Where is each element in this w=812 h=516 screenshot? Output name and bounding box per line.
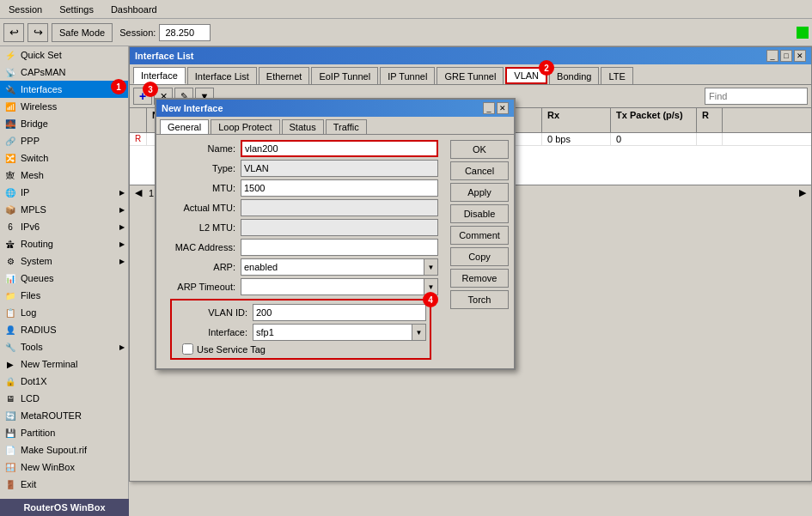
- window-maximize-button[interactable]: □: [780, 50, 792, 62]
- undo-button[interactable]: ↩: [3, 23, 24, 42]
- menu-settings[interactable]: Settings: [54, 3, 99, 16]
- ok-button[interactable]: OK: [450, 140, 509, 159]
- window-minimize-button[interactable]: _: [766, 50, 778, 62]
- sidebar-item-make-supout[interactable]: 📄 Make Supout.rif: [0, 441, 128, 458]
- mac-address-input[interactable]: [241, 239, 438, 256]
- tab-interface[interactable]: Interface: [133, 67, 186, 84]
- tab-bonding[interactable]: Bonding: [549, 67, 599, 84]
- dialog-minimize-button[interactable]: _: [483, 102, 495, 114]
- mtu-input[interactable]: [241, 179, 438, 197]
- interfaces-icon: 🔌: [3, 82, 17, 96]
- sidebar-item-mesh[interactable]: 🕸 Mesh: [0, 167, 128, 184]
- mac-address-label: MAC Address:: [163, 242, 241, 252]
- type-label: Type:: [163, 163, 241, 173]
- dialog-close-button[interactable]: ✕: [497, 102, 509, 114]
- dialog-tab-loop-protect[interactable]: Loop Protect: [211, 119, 279, 134]
- sidebar-item-ppp[interactable]: 🔗 PPP: [0, 132, 128, 149]
- cancel-button[interactable]: Cancel: [450, 161, 509, 180]
- l2-mtu-row: L2 MTU:: [163, 219, 438, 236]
- sidebar-label-bridge: Bridge: [21, 118, 48, 129]
- sidebar-item-dot1x[interactable]: 🔒 Dot1X: [0, 373, 128, 390]
- tab-interface-list[interactable]: Interface List: [187, 67, 257, 84]
- sidebar-label-exit: Exit: [21, 479, 36, 489]
- sidebar-label-mesh: Mesh: [21, 170, 44, 180]
- sidebar-item-metarouter[interactable]: 🔄 MetaROUTER: [0, 407, 128, 424]
- vlan-id-input[interactable]: [253, 304, 426, 321]
- window-controls: _ □ ✕: [766, 50, 806, 62]
- new-interface-titlebar[interactable]: New Interface _ ✕: [156, 100, 514, 117]
- torch-button[interactable]: Torch: [450, 290, 509, 309]
- sidebar-item-routing[interactable]: 🛣 Routing: [0, 235, 128, 252]
- mpls-icon: 📦: [3, 203, 17, 216]
- annotation-3: 3: [143, 82, 158, 97]
- sidebar-item-wireless[interactable]: 📶 Wireless: [0, 98, 128, 115]
- tab-vlan[interactable]: VLAN 2: [505, 67, 547, 84]
- th-r: R: [697, 108, 723, 132]
- safe-mode-button[interactable]: Safe Mode: [52, 23, 113, 42]
- comment-button[interactable]: Comment: [450, 226, 509, 245]
- sidebar-item-queues[interactable]: 📊 Queues: [0, 270, 128, 287]
- vlan-id-label: VLAN ID:: [175, 307, 253, 318]
- sidebar-item-new-terminal[interactable]: ▶ New Terminal: [0, 355, 128, 373]
- dialog-tab-traffic[interactable]: Traffic: [326, 119, 367, 134]
- button-area: OK Cancel Apply Disable Comment Copy Rem…: [445, 135, 514, 368]
- type-input: [241, 160, 438, 177]
- sidebar-item-quick-set[interactable]: ⚡ Quick Set: [0, 46, 128, 64]
- tab-ip-tunnel[interactable]: IP Tunnel: [380, 67, 435, 84]
- sidebar-item-ip[interactable]: 🌐 IP: [0, 184, 128, 201]
- sidebar-item-lcd[interactable]: 🖥 LCD: [0, 390, 128, 407]
- sidebar-label-dot1x: Dot1X: [21, 376, 47, 386]
- arp-dropdown-arrow[interactable]: ▼: [424, 258, 438, 276]
- bridge-icon: 🌉: [3, 117, 17, 131]
- sidebar-item-system[interactable]: ⚙ System: [0, 252, 128, 270]
- vlan-interface-input[interactable]: [253, 324, 412, 341]
- sidebar-label-system: System: [21, 256, 52, 266]
- sidebar-item-tools[interactable]: 🔧 Tools: [0, 338, 128, 355]
- tab-lte[interactable]: LTE: [601, 67, 632, 84]
- sidebar-item-mpls[interactable]: 📦 MPLS: [0, 201, 128, 218]
- tab-gre-tunnel[interactable]: GRE Tunnel: [437, 67, 504, 84]
- annotation-4: 4: [423, 292, 438, 307]
- sidebar-item-bridge[interactable]: 🌉 Bridge: [0, 115, 128, 132]
- find-input[interactable]: [705, 88, 808, 105]
- menu-dashboard[interactable]: Dashboard: [106, 3, 162, 16]
- window-close-button[interactable]: ✕: [794, 50, 806, 62]
- tab-eoip-tunnel[interactable]: EoIP Tunnel: [311, 67, 378, 84]
- sidebar-item-exit[interactable]: 🚪 Exit: [0, 476, 128, 493]
- connection-indicator: [797, 27, 809, 39]
- sidebar-item-radius[interactable]: 👤 RADIUS: [0, 321, 128, 338]
- use-service-tag-checkbox[interactable]: [182, 343, 193, 355]
- arp-input[interactable]: [241, 258, 424, 276]
- dialog-tab-general[interactable]: General: [160, 119, 209, 134]
- sidebar-item-files[interactable]: 📁 Files: [0, 287, 128, 304]
- sidebar-item-switch[interactable]: 🔀 Switch: [0, 149, 128, 167]
- vlan-interface-row: Interface: ▼: [175, 324, 426, 341]
- sidebar-label-mpls: MPLS: [21, 204, 46, 215]
- vlan-interface-dropdown-arrow[interactable]: ▼: [412, 324, 426, 341]
- disable-button[interactable]: Disable: [450, 204, 509, 223]
- use-service-tag-label: Use Service Tag: [197, 344, 266, 355]
- arp-timeout-input[interactable]: [241, 278, 424, 295]
- new-interface-dialog: New Interface _ ✕ General Loop Protect S…: [155, 98, 516, 370]
- add-interface-button[interactable]: + 3: [133, 88, 152, 105]
- sidebar-item-ipv6[interactable]: 6 IPv6: [0, 218, 128, 235]
- sidebar-item-new-winbox[interactable]: 🪟 New WinBox: [0, 458, 128, 476]
- menu-session[interactable]: Session: [3, 3, 47, 16]
- sidebar-label-wireless: Wireless: [21, 101, 57, 112]
- sidebar-item-interfaces[interactable]: 🔌 Interfaces 1: [0, 81, 128, 98]
- copy-button[interactable]: Copy: [450, 247, 509, 266]
- quick-set-icon: ⚡: [3, 48, 17, 62]
- redo-button[interactable]: ↪: [27, 23, 48, 42]
- sidebar-label-ppp: PPP: [21, 136, 40, 146]
- name-input[interactable]: [241, 140, 438, 157]
- tab-ethernet[interactable]: Ethernet: [259, 67, 310, 84]
- apply-button[interactable]: Apply: [450, 183, 509, 202]
- vlan-id-row: VLAN ID:: [175, 304, 426, 321]
- interface-list-titlebar[interactable]: Interface List _ □ ✕: [130, 47, 811, 64]
- sidebar-label-lcd: LCD: [21, 393, 40, 404]
- sidebar-item-partition[interactable]: 💾 Partition: [0, 424, 128, 441]
- sidebar-item-capsman[interactable]: 📡 CAPsMAN: [0, 64, 128, 81]
- remove-button[interactable]: Remove: [450, 269, 509, 288]
- dialog-tab-status[interactable]: Status: [282, 119, 324, 134]
- sidebar-item-log[interactable]: 📋 Log: [0, 304, 128, 321]
